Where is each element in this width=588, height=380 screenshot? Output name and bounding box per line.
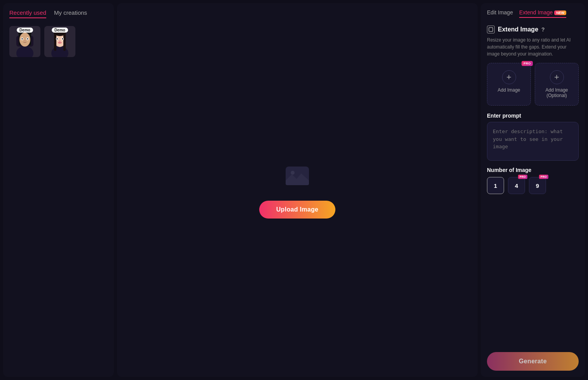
add-image-row: PRO + Add Image + Add Image (Optional) (487, 63, 579, 106)
svg-point-22 (62, 38, 63, 40)
tab-edit-image[interactable]: Edit Image (487, 9, 513, 18)
add-image-label: Add Image (497, 87, 520, 93)
right-panel: Edit Image Extend ImageNEW Extend Image … (481, 3, 585, 377)
section-description: Resize your image to any ratio and let A… (487, 36, 579, 57)
pro-badge-4: PRO (518, 175, 527, 179)
demo-badge: Demo (52, 28, 68, 33)
number-of-image-label: Number of Image (487, 167, 579, 173)
upload-image-button[interactable]: Upload Image (259, 201, 336, 219)
number-of-image-buttons: 1 4 PRO 9 PRO (487, 177, 579, 194)
svg-rect-17 (54, 31, 56, 51)
crop-icon (487, 26, 495, 33)
upload-placeholder-icon (283, 162, 311, 191)
svg-rect-18 (63, 31, 66, 51)
svg-point-7 (19, 33, 30, 47)
svg-rect-27 (489, 28, 493, 31)
num-btn-4[interactable]: 4 PRO (508, 177, 525, 194)
left-panel: Recently used My creations (3, 3, 114, 377)
add-image-box-main[interactable]: PRO + Add Image (487, 63, 531, 106)
help-icon[interactable]: ? (541, 26, 545, 33)
add-image-optional-label: Add Image (Optional) (539, 87, 574, 98)
left-tabs: Recently used My creations (9, 9, 108, 18)
plus-icon: + (550, 70, 564, 84)
image-placeholder-icon (283, 162, 311, 190)
middle-panel: Upload Image (117, 3, 478, 377)
num-btn-1[interactable]: 1 (487, 177, 504, 194)
plus-icon: + (502, 70, 516, 84)
add-image-box-optional[interactable]: + Add Image (Optional) (535, 63, 579, 106)
generate-button[interactable]: Generate (487, 352, 579, 371)
svg-point-11 (27, 38, 28, 40)
tab-extend-image[interactable]: Extend ImageNEW (519, 9, 566, 18)
svg-point-21 (57, 38, 58, 40)
thumbnail-list: Demo Demo (9, 26, 108, 57)
list-item[interactable]: Demo (9, 26, 40, 57)
right-tabs: Edit Image Extend ImageNEW (487, 9, 579, 18)
svg-point-24 (58, 42, 62, 43)
section-title: Extend Image ? (487, 26, 579, 33)
tab-recently-used[interactable]: Recently used (9, 9, 46, 18)
new-badge: NEW (554, 10, 566, 15)
svg-point-10 (22, 38, 23, 40)
svg-point-23 (59, 41, 61, 42)
svg-point-12 (24, 40, 26, 41)
list-item[interactable]: Demo (44, 26, 75, 57)
svg-point-26 (291, 171, 295, 175)
pro-badge: PRO (522, 61, 533, 66)
prompt-textarea[interactable] (487, 122, 579, 161)
demo-badge: Demo (17, 28, 33, 33)
tab-my-creations[interactable]: My creations (54, 9, 87, 18)
pro-badge-9: PRO (539, 175, 548, 179)
prompt-label: Enter prompt (487, 113, 579, 119)
num-btn-9[interactable]: 9 PRO (529, 177, 546, 194)
